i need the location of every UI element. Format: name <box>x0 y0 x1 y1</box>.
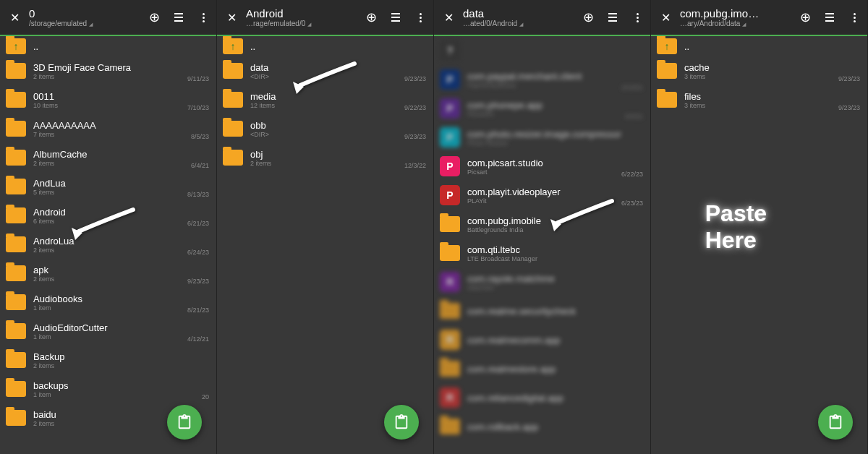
add-icon[interactable]: ⊕ <box>364 10 378 25</box>
row-text: com.picsart.studioPicsart <box>467 158 644 176</box>
title-block[interactable]: com.pubg.imo……ary/Android/data <box>680 7 798 27</box>
row-text: com.realmecomm.app <box>467 335 644 346</box>
folder-icon <box>6 323 26 339</box>
list-item[interactable]: AndLua5 items8/13/23 <box>0 172 216 201</box>
row-text: data<DIR> <box>250 62 427 80</box>
list-item[interactable]: files3 items9/23/23 <box>651 85 867 114</box>
close-icon[interactable]: ✕ <box>440 9 457 26</box>
list-item[interactable]: Pcom.playit.videoplayerPLAYit6/23/23 <box>434 181 650 210</box>
folder-icon <box>440 419 460 434</box>
up-folder-icon <box>6 38 26 54</box>
paste-fab[interactable] <box>818 405 853 440</box>
row-text: .. <box>684 41 861 52</box>
app-icon: P <box>440 98 460 119</box>
file-list: ..data<DIR>9/23/23media12 items9/22/23ob… <box>217 36 433 454</box>
list-item[interactable]: com.realmestore.app <box>434 354 650 383</box>
row-name: com.phonepe.app <box>467 100 644 111</box>
list-item[interactable]: backups1 item20 <box>0 374 216 403</box>
list-item[interactable]: .. <box>0 36 216 56</box>
list-item[interactable]: AAAAAAAAAA7 items8/5/23 <box>0 114 216 143</box>
list-item[interactable]: Rcom.reliancedigital.app <box>434 383 650 412</box>
folder-icon <box>6 294 26 310</box>
row-name: cache <box>684 62 861 73</box>
list-item[interactable]: .. <box>217 36 433 56</box>
row-date: 6/4/21 <box>625 113 643 120</box>
add-icon[interactable]: ⊕ <box>147 10 161 25</box>
close-icon[interactable]: ✕ <box>6 9 23 26</box>
path-subtitle: …ated/0/Android <box>463 20 581 27</box>
more-icon[interactable] <box>196 10 210 25</box>
list-view-icon[interactable] <box>605 10 620 25</box>
row-text: com.paypal.merchant.clientPayPal Busines… <box>467 71 644 89</box>
row-date: 12/3/22 <box>404 162 426 169</box>
add-icon[interactable]: ⊕ <box>798 10 812 25</box>
row-meta: 2 items <box>33 362 210 369</box>
close-icon[interactable]: ✕ <box>657 9 674 26</box>
more-icon[interactable] <box>630 10 644 25</box>
list-item[interactable]: Pcom.phonepe.appPhonePe6/4/21 <box>434 94 650 123</box>
list-view-icon[interactable] <box>822 10 837 25</box>
row-name: AndLua <box>33 178 210 189</box>
row-name: files <box>684 91 861 102</box>
paste-fab[interactable] <box>384 405 419 440</box>
list-item[interactable]: AudioEditorCutter1 item4/12/21 <box>0 317 216 346</box>
list-item[interactable]: Rcom.rayole.matchmeMatchMe <box>434 267 650 296</box>
list-item[interactable]: AndroLua2 items6/24/23 <box>0 230 216 259</box>
row-date: 7/10/23 <box>187 104 209 111</box>
row-meta: 2 items <box>33 275 210 283</box>
row-name: Android <box>33 207 210 218</box>
list-item[interactable]: cache3 items9/23/23 <box>651 56 867 85</box>
header-actions: ⊕ <box>364 10 427 25</box>
add-icon[interactable]: ⊕ <box>581 10 595 25</box>
list-item[interactable]: media12 items9/22/23 <box>217 85 433 114</box>
list-item[interactable]: com.rollback.app <box>434 412 650 441</box>
row-date: 9/23/23 <box>838 104 860 111</box>
row-name: media <box>250 91 427 102</box>
row-name: com.qti.ltebc <box>467 244 644 255</box>
list-item[interactable]: apk2 items9/23/23 <box>0 259 216 288</box>
row-name: Backup <box>33 351 210 362</box>
list-item[interactable]: Pcom.paypal.merchant.clientPayPal Busine… <box>434 65 650 94</box>
title-block[interactable]: Android…rage/emulated/0 <box>246 7 364 27</box>
more-icon[interactable] <box>413 10 427 25</box>
row-date: 9/23/23 <box>838 75 860 82</box>
list-item[interactable]: Rcom.realmecomm.app <box>434 325 650 354</box>
list-item[interactable]: ? <box>434 36 650 65</box>
list-item[interactable]: obj2 items12/3/22 <box>217 143 433 172</box>
row-meta: Battlegrounds India <box>467 226 644 234</box>
list-item[interactable]: obb<DIR>9/23/23 <box>217 114 433 143</box>
title-block[interactable]: 0/storage/emulated <box>29 7 147 27</box>
paste-fab[interactable] <box>167 405 202 440</box>
row-text: 3D Emoji Face Camera2 items <box>33 62 210 80</box>
list-item[interactable]: data<DIR>9/23/23 <box>217 56 433 85</box>
more-icon[interactable] <box>847 10 861 25</box>
row-text: cache3 items <box>684 62 861 80</box>
list-view-icon[interactable] <box>171 10 186 25</box>
list-item[interactable]: com.realme.securitycheck <box>434 296 650 325</box>
folder-icon <box>440 361 460 377</box>
row-name: apk <box>33 265 210 275</box>
title-block[interactable]: data…ated/0/Android <box>463 7 581 27</box>
header: ✕0/storage/emulated⊕ <box>0 0 216 36</box>
list-item[interactable]: Android6 items6/21/23 <box>0 201 216 230</box>
row-name: com.reliancedigital.app <box>467 393 644 403</box>
list-item[interactable]: Pcom.photo.resizer.image.compressorPhoto… <box>434 123 650 152</box>
list-item[interactable]: com.pubg.imobileBattlegrounds India <box>434 210 650 239</box>
list-item[interactable]: AlbumCache2 items6/4/21 <box>0 143 216 172</box>
list-item[interactable]: com.qti.ltebcLTE Broadcast Manager <box>434 239 650 267</box>
row-date: 9/23/23 <box>404 133 426 140</box>
list-item[interactable]: Audiobooks1 item8/21/23 <box>0 288 216 317</box>
header-actions: ⊕ <box>581 10 644 25</box>
list-item[interactable]: .. <box>651 36 867 56</box>
list-view-icon[interactable] <box>388 10 403 25</box>
row-meta: 7 items <box>33 131 210 138</box>
list-item[interactable]: Backup2 items <box>0 346 216 374</box>
row-name: data <box>250 62 427 73</box>
app-icon: R <box>440 330 460 350</box>
list-item[interactable]: 3D Emoji Face Camera2 items9/11/23 <box>0 56 216 85</box>
row-name: obj <box>250 149 427 160</box>
path-title: 0 <box>29 7 147 20</box>
list-item[interactable]: 001110 items7/10/23 <box>0 85 216 114</box>
close-icon[interactable]: ✕ <box>223 9 240 26</box>
list-item[interactable]: Pcom.picsart.studioPicsart6/22/23 <box>434 152 650 181</box>
